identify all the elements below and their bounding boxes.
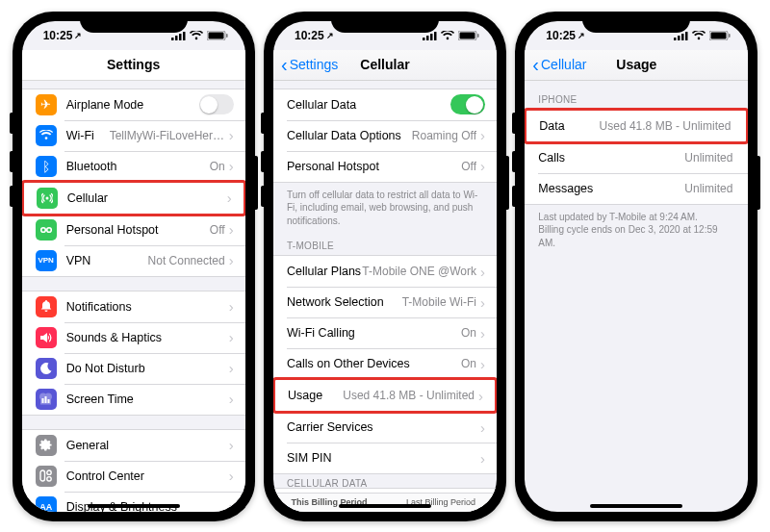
home-indicator[interactable] [590, 504, 682, 508]
tab-last-period[interactable]: Last Billing Period [385, 494, 497, 512]
svg-rect-13 [40, 470, 45, 481]
screen-cellular: 10:25↗ ‹ Settings Cellular Cellular Data [273, 21, 497, 512]
svg-rect-28 [674, 38, 677, 40]
nav-back-button[interactable]: ‹ Cellular [525, 55, 586, 74]
phone-notch [331, 12, 439, 33]
row-wifi-calling[interactable]: Wi-Fi Calling On› [273, 317, 497, 348]
row-label: Screen Time [66, 393, 134, 406]
svg-rect-1 [175, 36, 178, 40]
row-vpn[interactable]: VPN VPN Not Connected › [22, 245, 245, 276]
row-dnd[interactable]: Do Not Disturb › [22, 353, 245, 384]
usage-list: IPHONE Data Used 41.8 MB - Unlimited Cal… [525, 81, 748, 512]
row-screen-time[interactable]: Screen Time › [22, 384, 245, 415]
row-label: Carrier Services [287, 420, 373, 434]
row-calls-usage[interactable]: Calls Unlimited [525, 142, 748, 173]
row-messages-usage[interactable]: Messages Unlimited [525, 173, 748, 204]
svg-rect-31 [685, 32, 688, 40]
row-sounds[interactable]: Sounds & Haptics › [22, 322, 245, 353]
row-cellular-data[interactable]: Cellular Data [273, 89, 497, 120]
row-control-center[interactable]: Control Center › [22, 461, 245, 492]
screen-time-icon [36, 389, 57, 410]
group-footer-text: Last updated by T-Mobile at 9:24 AM. Bil… [525, 205, 748, 250]
row-display[interactable]: AA Display & Brightness › [22, 492, 245, 512]
row-personal-hotspot[interactable]: Personal Hotspot Off › [273, 151, 497, 182]
wifi-icon [441, 31, 454, 40]
nav-back-button[interactable]: ‹ Settings [273, 55, 338, 74]
row-label: Bluetooth [66, 160, 117, 173]
wifi-icon [692, 31, 706, 40]
cellular-data-toggle[interactable] [450, 94, 485, 114]
battery-icon [458, 31, 479, 40]
svg-rect-0 [171, 38, 174, 40]
chevron-right-icon: › [480, 357, 485, 371]
row-network-selection[interactable]: Network Selection T-Mobile Wi-Fi› [273, 287, 497, 317]
chevron-right-icon: › [480, 326, 485, 341]
row-detail: Not Connected [148, 254, 225, 267]
row-label: SIM PIN [287, 451, 332, 465]
phone-frame-3: 10:25↗ ‹ Cellular Usage IPHONE Data [515, 12, 757, 521]
svg-rect-29 [678, 36, 680, 40]
highlight-usage: Usage Used 41.8 MB - Unlimited› [273, 377, 497, 414]
row-usage[interactable]: Usage Used 41.8 MB - Unlimited› [275, 380, 495, 411]
row-detail: Unlimited [684, 151, 732, 165]
svg-rect-2 [179, 34, 182, 40]
row-label: General [66, 439, 109, 452]
row-label: Do Not Disturb [66, 362, 145, 375]
row-notifications[interactable]: Notifications › [22, 291, 245, 322]
row-bluetooth[interactable]: ᛒ Bluetooth On › [22, 151, 245, 182]
row-airplane-mode[interactable]: ✈︎ Airplane Mode [22, 89, 245, 120]
bluetooth-icon: ᛒ [36, 156, 57, 177]
chevron-right-icon: › [229, 159, 234, 173]
row-cellular[interactable]: Cellular › [24, 183, 244, 214]
row-cellular-options[interactable]: Cellular Data Options Roaming Off › [273, 120, 497, 151]
svg-rect-33 [711, 32, 727, 38]
row-label: Wi-Fi [66, 129, 94, 142]
chevron-right-icon: › [227, 190, 232, 205]
wifi-icon [190, 31, 203, 40]
row-label: Sounds & Haptics [66, 331, 162, 344]
svg-point-8 [40, 227, 45, 232]
chevron-right-icon: › [480, 420, 485, 435]
svg-rect-11 [45, 396, 47, 403]
hotspot-icon [36, 219, 57, 241]
general-icon [36, 435, 57, 456]
tab-this-period[interactable]: This Billing Period [273, 494, 385, 512]
row-detail: Roaming Off [412, 129, 476, 142]
phone-frame-1: 10:25 ↗ Settings ✈︎ Airplane Mode [13, 12, 255, 521]
billing-period-tabs: This Billing Period Last Billing Period [273, 493, 497, 512]
highlight-data: Data Used 41.8 MB - Unlimited [525, 108, 748, 144]
chevron-right-icon: › [480, 128, 485, 142]
status-time: 10:25 [546, 29, 576, 42]
location-arrow-icon: ↗ [578, 31, 585, 40]
row-data-usage[interactable]: Data Used 41.8 MB - Unlimited [526, 111, 746, 141]
row-label: Cellular Data [287, 98, 356, 112]
row-general[interactable]: General › [22, 430, 245, 461]
nav-title: Settings [22, 57, 245, 72]
row-detail: T-Mobile ONE @Work [362, 265, 476, 278]
home-indicator[interactable] [88, 504, 180, 508]
highlight-cellular: Cellular › [22, 180, 245, 216]
chevron-right-icon: › [229, 128, 234, 142]
airplane-toggle[interactable] [199, 94, 234, 114]
row-carrier-services[interactable]: Carrier Services › [273, 412, 497, 443]
settings-list: ✈︎ Airplane Mode Wi-Fi TellMyWi-FiLoveHe… [22, 81, 245, 512]
row-wifi[interactable]: Wi-Fi TellMyWi-FiLoveHer-5G › [22, 120, 245, 151]
row-calls-other-devices[interactable]: Calls on Other Devices On› [273, 348, 497, 379]
chevron-left-icon: ‹ [532, 55, 539, 74]
chevron-right-icon: › [480, 265, 485, 279]
vpn-icon: VPN [36, 250, 57, 271]
row-cellular-plans[interactable]: Cellular Plans T-Mobile ONE @Work› [273, 256, 497, 287]
location-arrow-icon: ↗ [326, 31, 334, 40]
row-detail: Unlimited [684, 182, 732, 195]
row-detail: Used 41.8 MB - Unlimited [600, 119, 732, 133]
phone-notch [80, 12, 188, 33]
sounds-icon [36, 327, 57, 348]
location-arrow-icon: ↗ [74, 31, 82, 40]
row-label: Cellular Data Options [287, 129, 401, 142]
home-indicator[interactable] [339, 504, 431, 508]
svg-rect-23 [430, 34, 433, 40]
row-detail: On [461, 326, 476, 340]
screen-usage: 10:25↗ ‹ Cellular Usage IPHONE Data [525, 21, 748, 512]
row-personal-hotspot[interactable]: Personal Hotspot Off › [22, 215, 245, 245]
svg-rect-3 [183, 32, 186, 40]
